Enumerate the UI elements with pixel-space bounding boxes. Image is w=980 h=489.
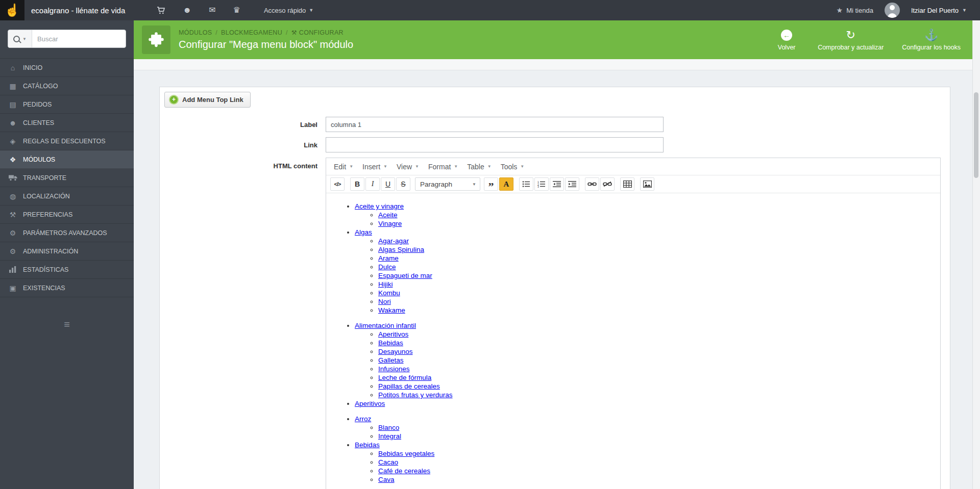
search-input[interactable] (32, 30, 126, 47)
sidebar-item-parametros-avanzados[interactable]: ⚙PARÁMETROS AVANZADOS (0, 224, 134, 242)
sidebar-item-preferencias[interactable]: ⚒PREFERENCIAS (0, 205, 134, 224)
sidebar-collapse-icon[interactable]: ≡ (0, 319, 134, 330)
editor-link[interactable]: Aperitivos (355, 400, 385, 407)
sidebar-item-catalogo[interactable]: ▦CATÁLOGO (0, 77, 134, 95)
editor-link[interactable]: Algas Spirulina (378, 246, 424, 253)
html-content-row: HTML content Edit▼Insert▼View▼Format▼Tab… (164, 158, 941, 489)
sidebar-item-inicio[interactable]: ⌂INICIO (0, 58, 134, 77)
customers-icon[interactable]: ☻ (183, 6, 191, 14)
editor-link[interactable]: Leche de fórmula (378, 374, 431, 381)
editor-link[interactable]: Papillas de cereales (378, 382, 440, 390)
underline-button[interactable]: U (381, 177, 395, 191)
page-scrollbar[interactable] (972, 20, 980, 489)
add-menu-top-link-button[interactable]: + Add Menu Top Link (164, 92, 251, 108)
outdent-button[interactable] (550, 177, 564, 191)
chevron-down-icon: ▼ (520, 164, 524, 169)
editor-link[interactable]: Vinagre (378, 220, 402, 227)
breadcrumb-item[interactable]: BLOCKMEGAMENU (221, 29, 282, 36)
text-color-button[interactable]: A (499, 177, 513, 191)
my-shop-link[interactable]: ★ Mi tienda (837, 6, 873, 14)
editor-link[interactable]: Infusiones (378, 365, 410, 373)
blockquote-button[interactable]: ” (484, 177, 498, 191)
editor-menu-format[interactable]: Format▼ (424, 160, 462, 173)
breadcrumb-item[interactable]: MÓDULOS (179, 29, 212, 36)
messages-icon[interactable]: ✉ (209, 6, 215, 14)
award-icon[interactable]: ♛ (233, 6, 240, 14)
editor-link[interactable]: Arame (378, 254, 399, 262)
outdent-icon (553, 181, 561, 188)
editor-menu-edit[interactable]: Edit▼ (329, 160, 358, 173)
hand-logo-icon: ☝ (5, 4, 20, 16)
italic-button[interactable]: I (365, 177, 380, 191)
strikethrough-button[interactable]: S (396, 177, 410, 191)
sidebar-item-clientes[interactable]: ☻CLIENTES (0, 114, 134, 132)
header-action-configurar-los-hooks[interactable]: ⚓Configurar los hooks (902, 29, 961, 51)
editor-link[interactable]: Kombu (378, 289, 400, 297)
editor-link[interactable]: Aceite (378, 211, 398, 219)
link-input[interactable] (326, 137, 664, 152)
header-action-label: Configurar los hooks (902, 44, 961, 51)
editor-link[interactable]: Aceite y vinagre (355, 202, 404, 210)
editor-menu-table[interactable]: Table▼ (462, 160, 496, 173)
editor-link[interactable]: Cava (378, 476, 395, 483)
editor-link[interactable]: Algas (355, 228, 372, 236)
editor-link[interactable]: Galletas (378, 356, 404, 364)
sidebar-item-existencias[interactable]: ▣EXISTENCIAS (0, 279, 134, 297)
editor-link[interactable]: Bebidas (378, 339, 403, 347)
remove-link-button[interactable] (600, 177, 615, 191)
label-input[interactable] (326, 117, 664, 132)
editor-link[interactable]: Bebidas vegetales (378, 450, 434, 457)
bullet-list-button[interactable] (519, 177, 533, 191)
editor-link[interactable]: Arroz (355, 415, 371, 423)
header-action-comprobar-y-actualizar[interactable]: ↻Comprobar y actualizar (818, 29, 884, 51)
sidebar-item-localizacion[interactable]: ◍LOCALIZACIÓN (0, 187, 134, 205)
insert-link-button[interactable] (585, 177, 599, 191)
editor-link[interactable]: Desayunos (378, 348, 413, 355)
scrollbar-thumb[interactable] (974, 92, 978, 178)
sidebar-item-administracion[interactable]: ⚙ADMINISTRACIÓN (0, 242, 134, 261)
editor-link[interactable]: Blanco (378, 424, 399, 431)
sidebar-item-reglas-de-descuentos[interactable]: ◈REGLAS DE DESCUENTOS (0, 132, 134, 150)
search-scope-dropdown[interactable]: ▼ (8, 30, 32, 47)
user-menu[interactable]: Itziar Del Puerto ▼ (911, 7, 967, 14)
editor-menu-insert[interactable]: Insert▼ (358, 160, 392, 173)
editor-link[interactable]: Potitos frutas y verduras (378, 391, 453, 399)
quick-access-menu[interactable]: Acceso rápido ▼ (264, 7, 313, 14)
editor-link[interactable]: Hijiki (378, 280, 393, 288)
cart-icon[interactable] (157, 6, 165, 15)
chevron-down-icon: ▼ (415, 164, 419, 169)
breadcrumb-item[interactable]: ⚒CONFIGURAR (291, 29, 344, 36)
editor-link[interactable]: Wakame (378, 306, 405, 314)
editor-link[interactable]: Aperitivos (378, 330, 408, 338)
editor-link[interactable]: Bebidas (355, 441, 380, 449)
editor-link[interactable]: Cacao (378, 458, 398, 466)
paragraph-format-select[interactable]: Paragraph ▼ (415, 177, 480, 191)
sidebar-item-modulos[interactable]: ❖MÓDULOS (0, 150, 134, 169)
localization-icon: ◍ (8, 193, 17, 200)
insert-image-button[interactable] (640, 177, 654, 191)
editor-link[interactable]: Alimentación infantil (355, 322, 416, 329)
editor-link[interactable]: Dulce (378, 263, 396, 271)
source-code-button[interactable]: </> (330, 177, 345, 191)
insert-table-button[interactable] (620, 177, 634, 191)
sidebar-item-transporte[interactable]: TRANSPORTE (0, 169, 134, 187)
shop-logo[interactable]: ☝ (0, 0, 24, 20)
editor-link[interactable]: Café de cereales (378, 467, 430, 475)
search-icon (13, 36, 20, 42)
editor-link[interactable]: Agar-agar (378, 237, 409, 245)
user-avatar[interactable] (885, 3, 900, 18)
editor-link[interactable]: Espagueti de mar (378, 272, 432, 279)
sidebar-item-estadisticas[interactable]: ESTADÍSTICAS (0, 261, 134, 279)
editor-link[interactable]: Nori (378, 298, 391, 305)
sidebar-item-pedidos[interactable]: ▤PEDIDOS (0, 95, 134, 114)
shop-name-link[interactable]: ecoalgrano - llénate de vida (31, 6, 125, 15)
bold-button[interactable]: B (350, 177, 364, 191)
header-action-volver[interactable]: ←Volver (774, 29, 799, 51)
editor-menu-tools[interactable]: Tools▼ (496, 160, 529, 173)
numbered-list-button[interactable]: 123 (534, 177, 549, 191)
editor-link[interactable]: Integral (378, 432, 401, 440)
indent-button[interactable] (565, 177, 579, 191)
editor-content[interactable]: Aceite y vinagreAceiteVinagreAlgasAgar-a… (326, 193, 940, 489)
editor-menu-view[interactable]: View▼ (392, 160, 424, 173)
price-rules-icon: ◈ (8, 138, 17, 145)
